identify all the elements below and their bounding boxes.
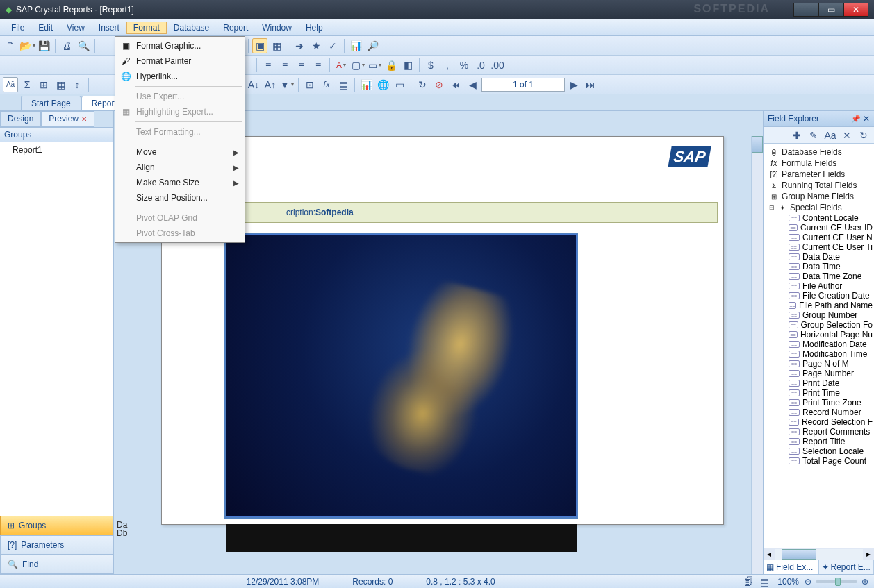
maximize-button[interactable]: ▭ (818, 3, 843, 17)
special-field-item[interactable]: ==Print Date (765, 378, 873, 388)
fe-refresh-icon[interactable]: ↻ (856, 128, 871, 143)
node-running-total-fields[interactable]: ΣRunning Total Fields (765, 180, 873, 191)
sort-asc-icon[interactable]: A↓ (246, 77, 261, 92)
special-field-item[interactable]: ==Record Number (765, 408, 873, 417)
panel-button-find[interactable]: 🔍Find (0, 555, 113, 574)
select-expert-icon[interactable]: ⊡ (302, 77, 318, 92)
zoom-slider[interactable] (816, 580, 857, 583)
menu-make-same-size[interactable]: Make Same Size▶ (117, 175, 243, 190)
fe-horizontal-scrollbar[interactable]: ◂ ▸ (764, 548, 874, 560)
tab-field-explorer[interactable]: ▦Field Ex... (764, 560, 819, 574)
special-field-item[interactable]: ==Page Number (765, 369, 873, 378)
decrease-decimal-icon[interactable]: .00 (490, 58, 505, 73)
special-field-item[interactable]: ==File Creation Date (765, 291, 873, 301)
refresh-icon[interactable]: ↻ (415, 77, 430, 92)
zoom-in-icon[interactable]: ⊕ (861, 577, 868, 587)
fe-new-icon[interactable]: ✚ (789, 128, 805, 143)
special-field-item[interactable]: ==Modification Time (765, 349, 873, 359)
crosstab-icon[interactable]: ▦ (53, 77, 68, 92)
fe-rename-icon[interactable]: Aa (823, 128, 838, 143)
special-field-item[interactable]: ==Print Time (765, 388, 873, 398)
sort-desc-icon[interactable]: A↑ (263, 77, 278, 92)
pin-icon[interactable]: 📌 (851, 115, 861, 123)
percent-icon[interactable]: % (456, 58, 472, 73)
tree-node-report1[interactable]: Report1 (6, 145, 108, 155)
zoom-out-icon[interactable]: ⊖ (805, 577, 811, 587)
tab-preview[interactable]: Preview✕ (41, 111, 94, 127)
close-preview-icon[interactable]: ✕ (81, 115, 87, 123)
zoom-thumb[interactable] (835, 578, 841, 586)
nav-next-icon[interactable]: ▶ (566, 77, 582, 92)
sum-icon[interactable]: Σ (19, 77, 35, 92)
menu-report[interactable]: Report (216, 22, 255, 34)
fe-delete-icon[interactable]: ✕ (839, 128, 855, 143)
special-field-item[interactable]: ==Page N of M (765, 359, 873, 369)
picture-icon[interactable]: ▭ (392, 77, 407, 92)
menu-align[interactable]: Align▶ (117, 160, 243, 175)
find-icon[interactable]: 🔎 (365, 38, 380, 53)
menu-database[interactable]: Database (167, 22, 216, 34)
nav-prev-icon[interactable]: ◀ (465, 77, 480, 92)
align-justify-icon[interactable]: ≡ (311, 58, 326, 73)
special-field-item[interactable]: ==Group Selection Fo (765, 320, 873, 330)
special-field-item[interactable]: ==Selection Locale (765, 446, 873, 456)
fe-scroll-thumb[interactable] (782, 549, 816, 560)
menu-move[interactable]: Move▶ (117, 144, 243, 160)
node-special-fields[interactable]: ⊟✦Special Fields (765, 202, 873, 213)
special-field-item[interactable]: ==Group Number (765, 310, 873, 320)
panel-close-icon[interactable]: ✕ (863, 114, 870, 124)
align-right-icon[interactable]: ≡ (294, 58, 309, 73)
favorite-icon[interactable]: ★ (308, 38, 324, 53)
page-indicator[interactable]: 1 of 1 (481, 78, 565, 92)
align-center-icon[interactable]: ≡ (277, 58, 292, 73)
check-icon[interactable]: ✓ (325, 38, 340, 53)
fill-icon[interactable]: ▭ (367, 58, 382, 73)
menu-format-graphic[interactable]: ▣Format Graphic... (117, 38, 243, 53)
sort-icon[interactable]: ↕ (69, 77, 85, 92)
status-page-icon[interactable]: 🗐 (741, 574, 757, 589)
scroll-thumb[interactable] (752, 136, 763, 153)
menu-file[interactable]: File (4, 22, 31, 34)
menu-format[interactable]: Format (126, 22, 167, 34)
special-field-item[interactable]: ==Horizontal Page Nu (765, 330, 873, 339)
fe-edit-icon[interactable]: ✎ (806, 128, 821, 143)
menu-hyperlink[interactable]: 🌐Hyperlink... (117, 69, 243, 84)
panel-button-parameters[interactable]: [?]Parameters (0, 535, 113, 555)
menu-edit[interactable]: Edit (31, 22, 60, 34)
menu-view[interactable]: View (60, 22, 92, 34)
special-field-item[interactable]: ==File Author (765, 281, 873, 291)
node-group-name-fields[interactable]: ⊞Group Name Fields (765, 191, 873, 202)
text-field-icon[interactable]: Aā (3, 77, 18, 92)
special-field-item[interactable]: ==Content Locale (765, 213, 873, 223)
map-icon[interactable]: 🌐 (375, 77, 390, 92)
menu-help[interactable]: Help (299, 22, 330, 34)
border-icon[interactable]: ▢ (350, 58, 365, 73)
lock-icon[interactable]: 🔒 (384, 58, 399, 73)
group-icon[interactable]: ⊞ (36, 77, 51, 92)
special-field-item[interactable]: ==Record Selection F (765, 417, 873, 427)
special-field-item[interactable]: ==Current CE User Ti (765, 242, 873, 252)
tab-start-page[interactable]: Start Page (21, 96, 81, 110)
menu-format-painter[interactable]: 🖌Format Painter (117, 53, 243, 69)
close-button[interactable]: ✕ (843, 3, 868, 17)
special-field-item[interactable]: ==Current CE User N (765, 233, 873, 242)
save-icon[interactable]: 💾 (36, 38, 51, 53)
menu-window[interactable]: Window (255, 22, 299, 34)
open-icon[interactable]: 📂 (19, 38, 35, 53)
special-field-item[interactable]: ==File Path and Name (765, 301, 873, 310)
section-icon[interactable]: ▤ (336, 77, 351, 92)
print-icon[interactable]: 🖨 (59, 38, 74, 53)
panel-icon[interactable]: ▦ (269, 38, 284, 53)
font-color-icon[interactable]: A (333, 58, 349, 73)
special-field-item[interactable]: ==Total Page Count (765, 456, 873, 466)
special-field-item[interactable]: ==Data Time Zone (765, 271, 873, 281)
tab-design[interactable]: Design (0, 111, 41, 127)
menu-size-position[interactable]: Size and Position... (117, 190, 243, 205)
export-icon[interactable]: ➜ (292, 38, 307, 53)
group-tree[interactable]: Report1 (0, 142, 113, 516)
special-field-item[interactable]: ==Modification Date (765, 339, 873, 349)
special-field-item[interactable]: ==Data Time (765, 262, 873, 271)
formula-icon[interactable]: fx (319, 77, 334, 92)
node-parameter-fields[interactable]: [?]Parameter Fields (765, 169, 873, 180)
highlight-icon[interactable]: ◧ (400, 58, 415, 73)
